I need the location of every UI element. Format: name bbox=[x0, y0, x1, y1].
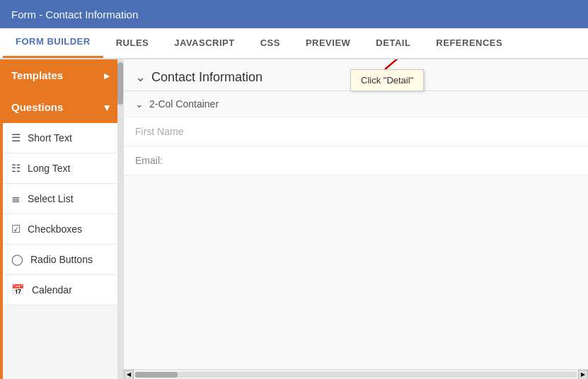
sidebar-accent bbox=[0, 59, 3, 379]
sidebar-item-radio-buttons[interactable]: ◯ Radio Buttons bbox=[0, 245, 123, 275]
scrollbar-thumb bbox=[135, 372, 178, 378]
tab-detail[interactable]: DETAIL bbox=[363, 27, 423, 58]
sidebar-item-label: Checkboxes bbox=[28, 223, 82, 235]
tab-css[interactable]: CSS bbox=[248, 27, 293, 58]
first-name-field: First Name bbox=[124, 117, 588, 146]
title-text: Form - Contact Information bbox=[11, 8, 138, 21]
sidebar-item-label: Short Text bbox=[28, 132, 72, 144]
section-chevron-icon: ⌄ bbox=[135, 69, 146, 85]
sidebar-scrollbar-thumb bbox=[117, 62, 123, 105]
section-title: Contact Information bbox=[151, 70, 263, 85]
svg-line-1 bbox=[385, 59, 413, 69]
email-label: Email: bbox=[135, 155, 163, 166]
title-bar: Form - Contact Information bbox=[0, 0, 588, 28]
templates-chevron-icon: ► bbox=[102, 70, 112, 81]
tooltip-text: Click "Detail" bbox=[361, 75, 413, 86]
main-area: Templates ► Questions ▼ ☰ Short Text ☷ L… bbox=[0, 59, 588, 379]
questions-section-button[interactable]: Questions ▼ bbox=[0, 91, 123, 123]
subsection-label: 2-Col Container bbox=[149, 98, 219, 110]
sidebar-item-label: Select List bbox=[28, 193, 74, 204]
content-area: Click "Detail" ⌄ Contact Information ⌄ 2… bbox=[124, 59, 588, 379]
select-list-icon: ≣ bbox=[11, 192, 21, 205]
horizontal-scrollbar[interactable]: ◀ ▶ bbox=[124, 369, 588, 379]
tab-references[interactable]: REFERENCES bbox=[423, 27, 515, 58]
scrollbar-track bbox=[135, 372, 577, 378]
short-text-icon: ☰ bbox=[11, 132, 21, 144]
templates-section-button[interactable]: Templates ► bbox=[0, 59, 123, 91]
sidebar-item-label: Radio Buttons bbox=[30, 254, 93, 265]
calendar-icon: 📅 bbox=[11, 284, 25, 296]
sidebar-item-label: Long Text bbox=[28, 163, 70, 174]
tooltip-box: Click "Detail" bbox=[350, 69, 424, 91]
sidebar-item-label: Calendar bbox=[32, 284, 72, 296]
checkboxes-icon: ☑ bbox=[11, 223, 21, 235]
scrollbar-right-btn[interactable]: ▶ bbox=[578, 370, 588, 380]
long-text-icon: ☷ bbox=[11, 162, 21, 175]
sidebar-scrollbar[interactable] bbox=[117, 59, 123, 379]
email-field: Email: bbox=[124, 146, 588, 175]
form-subsection: ⌄ 2-Col Container bbox=[124, 91, 588, 117]
sidebar-item-select-list[interactable]: ≣ Select List bbox=[0, 184, 123, 214]
tab-preview[interactable]: PREVIEW bbox=[293, 27, 363, 58]
scrollbar-left-btn[interactable]: ◀ bbox=[124, 370, 134, 380]
first-name-label: First Name bbox=[135, 126, 183, 137]
tab-bar: FORM BUILDER RULES JAVASCRIPT CSS PREVIE… bbox=[0, 28, 588, 59]
radio-buttons-icon: ◯ bbox=[11, 253, 23, 266]
sidebar-item-short-text[interactable]: ☰ Short Text bbox=[0, 123, 123, 153]
tab-javascript[interactable]: JAVASCRIPT bbox=[161, 27, 247, 58]
sidebar-item-long-text[interactable]: ☷ Long Text bbox=[0, 153, 123, 184]
tooltip-container: Click "Detail" bbox=[350, 69, 424, 91]
tab-rules[interactable]: RULES bbox=[103, 27, 162, 58]
tab-form-builder[interactable]: FORM BUILDER bbox=[3, 27, 103, 58]
sidebar-item-checkboxes[interactable]: ☑ Checkboxes bbox=[0, 214, 123, 245]
sidebar-item-calendar[interactable]: 📅 Calendar bbox=[0, 275, 123, 305]
questions-label: Questions bbox=[11, 101, 63, 113]
sidebar: Templates ► Questions ▼ ☰ Short Text ☷ L… bbox=[0, 59, 124, 379]
questions-chevron-icon: ▼ bbox=[102, 102, 112, 113]
subsection-chevron-icon: ⌄ bbox=[135, 98, 144, 110]
templates-label: Templates bbox=[11, 69, 63, 81]
